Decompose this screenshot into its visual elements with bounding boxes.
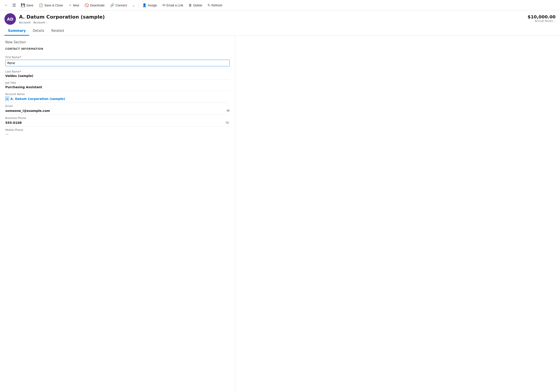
email-link-button[interactable]: ✉ Email a Link <box>160 0 186 10</box>
account-name-link[interactable]: ⊞ A. Datum Corporation (sample) <box>5 97 230 101</box>
left-panel: New Section CONTACT INFORMATION First Na… <box>0 36 235 392</box>
phone-icon[interactable]: ☏ <box>225 120 230 125</box>
account-name-value: A. Datum Corporation (sample) <box>10 97 65 101</box>
first-name-required: * <box>20 56 21 59</box>
business-phone-value[interactable]: 555-0108 <box>5 121 22 125</box>
mobile-phone-value[interactable]: --- <box>5 132 230 136</box>
new-label: New <box>73 4 79 7</box>
more-dropdown-button[interactable]: ⌄ <box>130 0 138 10</box>
save-icon: 💾 <box>21 3 25 7</box>
last-name-value[interactable]: Valdes (sample) <box>5 74 230 78</box>
first-name-field: First Name* <box>5 54 230 68</box>
chevron-down-icon: ⌄ <box>132 4 135 7</box>
back-icon: ← <box>4 3 8 8</box>
record-title: A. Datum Corporation (sample) <box>19 14 105 20</box>
email-link-label: Email a Link <box>166 4 183 7</box>
email-link-icon: ✉ <box>162 3 165 7</box>
record-header: AD A. Datum Corporation (sample) Account… <box>0 11 560 25</box>
assign-button[interactable]: 👤 Assign <box>140 0 160 10</box>
tabs: Summary Details Related <box>0 27 560 36</box>
breadcrumb-chevron-icon: ⌄ <box>46 21 48 24</box>
save-close-button[interactable]: 📋 Save & Close <box>36 0 66 10</box>
job-title-value[interactable]: Purchasing Assistant <box>5 85 230 89</box>
save-close-icon: 📋 <box>39 3 43 7</box>
avatar: AD <box>4 13 16 25</box>
delete-label: Delete <box>193 4 202 7</box>
refresh-label: Refresh <box>211 4 222 7</box>
record-header-right: $10,000.00 Annual Reven... <box>528 13 556 23</box>
email-value[interactable]: someone_i@example.com <box>5 109 50 113</box>
toolbar: ← ☰ 💾 Save 📋 Save & Close ＋ New 🚫 Deacti… <box>0 0 560 11</box>
new-section-label: New Section <box>5 40 230 44</box>
record-header-left: AD A. Datum Corporation (sample) Account… <box>4 13 105 25</box>
account-name-label: Account Name <box>5 93 230 96</box>
new-button[interactable]: ＋ New <box>66 0 82 10</box>
assign-label: Assign <box>148 4 157 7</box>
refresh-icon: ↻ <box>208 3 210 7</box>
toolbar-separator <box>139 3 139 8</box>
revenue-amount: $10,000.00 <box>528 14 556 20</box>
contact-info-header: CONTACT INFORMATION <box>5 47 230 50</box>
mobile-phone-label: Mobile Phone <box>5 128 230 132</box>
deactivate-button[interactable]: 🚫 Deactivate <box>82 0 107 10</box>
save-button[interactable]: 💾 Save <box>18 0 36 10</box>
save-label: Save <box>26 4 33 7</box>
email-action-icon[interactable]: ✉ <box>227 108 230 113</box>
record-list-icon: ☰ <box>12 3 16 8</box>
avatar-initials: AD <box>7 17 13 21</box>
save-close-label: Save & Close <box>44 4 63 7</box>
back-button[interactable]: ← <box>2 0 10 10</box>
breadcrumb2-link[interactable]: Account ⌄ <box>33 21 48 24</box>
tab-summary[interactable]: Summary <box>4 27 29 36</box>
tab-details[interactable]: Details <box>29 27 48 36</box>
business-phone-with-icon: 555-0108 ☏ <box>5 120 230 125</box>
new-icon: ＋ <box>68 3 72 8</box>
last-name-required: * <box>20 70 21 73</box>
account-link-icon: ⊞ <box>5 97 9 101</box>
delete-icon: 🗑 <box>189 3 192 7</box>
last-name-label: Last Name* <box>5 70 230 73</box>
deactivate-label: Deactivate <box>90 4 105 7</box>
breadcrumb1: Account <box>19 21 31 24</box>
connect-label: Connect <box>116 4 127 7</box>
email-field-with-icon: someone_i@example.com ✉ <box>5 108 230 113</box>
record-subtitle: Account · Account ⌄ <box>19 21 105 24</box>
deactivate-icon: 🚫 <box>85 3 89 7</box>
record-icon-button[interactable]: ☰ <box>10 0 18 10</box>
job-title-label: Job Title <box>5 81 230 84</box>
email-field: Email someone_i@example.com ✉ <box>5 103 230 115</box>
business-phone-field: Business Phone 555-0108 ☏ <box>5 115 230 127</box>
tab-related[interactable]: Related <box>48 27 68 36</box>
assign-icon: 👤 <box>142 3 147 7</box>
breadcrumb-dot: · <box>32 21 32 24</box>
contact-fields: First Name* Last Name* Valdes (sample) J… <box>5 54 230 138</box>
first-name-label: First Name* <box>5 56 230 59</box>
main-content: New Section CONTACT INFORMATION First Na… <box>0 36 560 392</box>
email-label: Email <box>5 105 230 108</box>
business-phone-label: Business Phone <box>5 117 230 120</box>
delete-button[interactable]: 🗑 Delete <box>186 0 205 10</box>
first-name-input[interactable] <box>5 60 230 66</box>
connect-button[interactable]: 🔗 Connect <box>107 0 130 10</box>
connect-icon: 🔗 <box>110 3 114 7</box>
account-name-field: Account Name ⊞ A. Datum Corporation (sam… <box>5 91 230 103</box>
revenue-label: Annual Reven... <box>528 20 556 23</box>
right-panel <box>235 36 560 392</box>
job-title-field: Job Title Purchasing Assistant <box>5 79 230 91</box>
mobile-phone-field: Mobile Phone --- <box>5 127 230 138</box>
refresh-button[interactable]: ↻ Refresh <box>205 0 225 10</box>
record-info: A. Datum Corporation (sample) Account · … <box>19 14 105 24</box>
last-name-field: Last Name* Valdes (sample) <box>5 68 230 79</box>
breadcrumb2: Account <box>33 21 45 24</box>
